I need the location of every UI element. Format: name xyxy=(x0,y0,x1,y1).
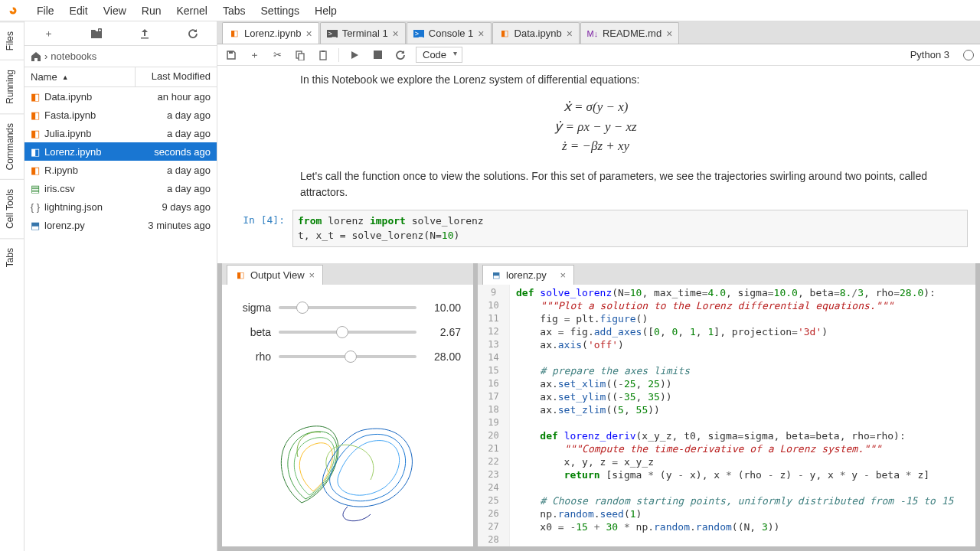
slider-beta: beta2.67 xyxy=(234,320,461,344)
close-icon[interactable]: × xyxy=(560,269,566,281)
file-item[interactable]: { }lightning.json9 days ago xyxy=(24,197,217,216)
slider-label: sigma xyxy=(234,302,271,314)
line-gutter: 910111213141516171819202122232425262728 xyxy=(478,285,510,546)
csv-file-icon: ▤ xyxy=(28,183,43,194)
save-button[interactable] xyxy=(224,47,239,63)
insert-cell-button[interactable]: ＋ xyxy=(247,47,262,63)
file-modified: a day ago xyxy=(139,109,217,121)
new-launcher-button[interactable]: ＋ xyxy=(38,23,59,44)
tab-output-view[interactable]: ◧ Output View × xyxy=(227,265,323,285)
kernel-name[interactable]: Python 3 xyxy=(910,49,949,60)
notebook-content[interactable]: In this Notebook we explore the Lorenz s… xyxy=(217,66,980,263)
file-list: ◧Data.ipynban hour ago◧Fasta.ipynba day … xyxy=(24,87,217,551)
copy-cell-button[interactable] xyxy=(292,47,308,63)
breadcrumb-item[interactable]: notebooks xyxy=(51,51,96,62)
nb-file-icon: ◧ xyxy=(28,146,43,158)
code-area[interactable]: def solve_lorenz(N=10, max_time=4.0, sig… xyxy=(510,285,975,546)
cell-type-select[interactable]: Code xyxy=(416,47,462,63)
close-icon[interactable]: × xyxy=(567,28,573,40)
menu-edit[interactable]: Edit xyxy=(62,2,96,20)
sidetab-tabs[interactable]: Tabs xyxy=(0,238,24,276)
menu-run[interactable]: Run xyxy=(134,2,169,20)
close-icon[interactable]: × xyxy=(478,28,484,40)
interrupt-button[interactable] xyxy=(370,47,385,63)
filebrowser-header: Name▲ Last Modified xyxy=(24,67,217,87)
paste-cell-button[interactable] xyxy=(315,47,331,63)
file-modified: 9 days ago xyxy=(139,201,217,213)
nb-icon: ◧ xyxy=(499,28,510,39)
nb-file-icon: ◧ xyxy=(28,91,43,103)
file-item[interactable]: ◧Julia.ipynba day ago xyxy=(24,124,217,142)
md-icon: M↓ xyxy=(587,28,598,39)
tab-lorenz-py[interactable]: ⬒ lorenz.py × xyxy=(482,265,574,285)
notebook-toolbar: ＋ ✂ Code Python 3 xyxy=(217,44,980,66)
file-name: R.ipynb xyxy=(43,165,139,176)
slider-track[interactable] xyxy=(279,355,416,358)
close-icon[interactable]: × xyxy=(666,28,672,40)
file-item[interactable]: ▤iris.csva day ago xyxy=(24,179,217,197)
close-icon[interactable]: × xyxy=(309,269,315,281)
tab-readme-md[interactable]: M↓README.md× xyxy=(580,22,679,44)
restart-button[interactable] xyxy=(393,47,408,63)
file-name: Fasta.ipynb xyxy=(43,109,139,121)
file-item[interactable]: ◧Fasta.ipynba day ago xyxy=(24,106,217,124)
con-icon: >_ xyxy=(413,28,424,39)
svg-rect-2 xyxy=(141,37,149,39)
file-name: Lorenz.ipynb xyxy=(43,146,139,158)
code-cell[interactable]: In [4]: from lorenz import solve_lorenz … xyxy=(224,210,968,247)
slider-track[interactable] xyxy=(279,306,416,309)
markdown-intro: In this Notebook we explore the Lorenz s… xyxy=(300,72,968,88)
slider-track[interactable] xyxy=(279,331,416,334)
notebook-panel: ◧Lorenz.ipynb×>_Terminal 1×>_Console 1×◧… xyxy=(217,21,980,263)
breadcrumb[interactable]: › notebooks xyxy=(24,46,217,67)
new-folder-button[interactable] xyxy=(86,23,107,44)
close-icon[interactable]: × xyxy=(393,28,399,40)
dock-panel: ◧Lorenz.ipynb×>_Terminal 1×>_Console 1×◧… xyxy=(217,21,980,551)
markdown-para: Let's call the function once to view the… xyxy=(300,168,968,201)
refresh-button[interactable] xyxy=(182,23,204,44)
file-name: Julia.ipynb xyxy=(43,128,139,139)
svg-point-0 xyxy=(11,8,15,13)
file-item[interactable]: ◧R.ipynba day ago xyxy=(24,161,217,179)
tab-terminal-1[interactable]: >_Terminal 1× xyxy=(320,22,406,44)
slider-thumb[interactable] xyxy=(296,302,309,314)
slider-label: beta xyxy=(234,326,271,338)
slider-thumb[interactable] xyxy=(345,350,357,363)
sidetab-files[interactable]: Files xyxy=(0,21,24,60)
file-name: Data.ipynb xyxy=(43,91,139,103)
close-icon[interactable]: × xyxy=(305,28,312,40)
sidetab-commands[interactable]: Commands xyxy=(0,113,24,179)
menu-kernel[interactable]: Kernel xyxy=(168,2,214,20)
tab-label: lorenz.py xyxy=(506,269,547,281)
menu-help[interactable]: Help xyxy=(307,2,345,20)
term-icon: >_ xyxy=(327,28,338,39)
run-cell-button[interactable] xyxy=(347,47,362,63)
file-item[interactable]: ◧Data.ipynban hour ago xyxy=(24,87,217,106)
file-modified: a day ago xyxy=(139,128,217,139)
text-editor[interactable]: 910111213141516171819202122232425262728 … xyxy=(478,285,975,546)
cut-cell-button[interactable]: ✂ xyxy=(270,47,285,63)
menu-view[interactable]: View xyxy=(96,2,134,20)
slider-thumb[interactable] xyxy=(336,326,348,338)
nb-icon: ◧ xyxy=(229,28,240,39)
json-file-icon: { } xyxy=(28,201,43,213)
menu-file[interactable]: File xyxy=(29,2,62,20)
code-input[interactable]: from lorenz import solve_lorenz t, x_t =… xyxy=(292,210,968,247)
sort-by-name[interactable]: Name▲ xyxy=(24,67,136,86)
upload-button[interactable] xyxy=(134,23,155,44)
tab-data-ipynb[interactable]: ◧Data.ipynb× xyxy=(492,22,580,44)
nb-file-icon: ◧ xyxy=(28,165,43,176)
menu-settings[interactable]: Settings xyxy=(253,2,308,20)
tab-console-1[interactable]: >_Console 1× xyxy=(407,22,492,44)
tab-lorenz-ipynb[interactable]: ◧Lorenz.ipynb× xyxy=(222,22,319,44)
kernel-indicator-icon xyxy=(963,50,974,60)
svg-rect-3 xyxy=(229,51,233,54)
file-item[interactable]: ◧Lorenz.ipynbseconds ago xyxy=(24,142,217,161)
sidetab-running[interactable]: Running xyxy=(0,60,24,113)
sort-by-modified[interactable]: Last Modified xyxy=(136,67,217,86)
file-modified: seconds ago xyxy=(139,146,217,158)
file-item[interactable]: ⬒lorenz.py3 minutes ago xyxy=(24,216,217,234)
menu-tabs[interactable]: Tabs xyxy=(215,2,253,20)
sidetab-cell-tools[interactable]: Cell Tools xyxy=(0,179,24,238)
tab-label: Terminal 1 xyxy=(342,28,388,39)
